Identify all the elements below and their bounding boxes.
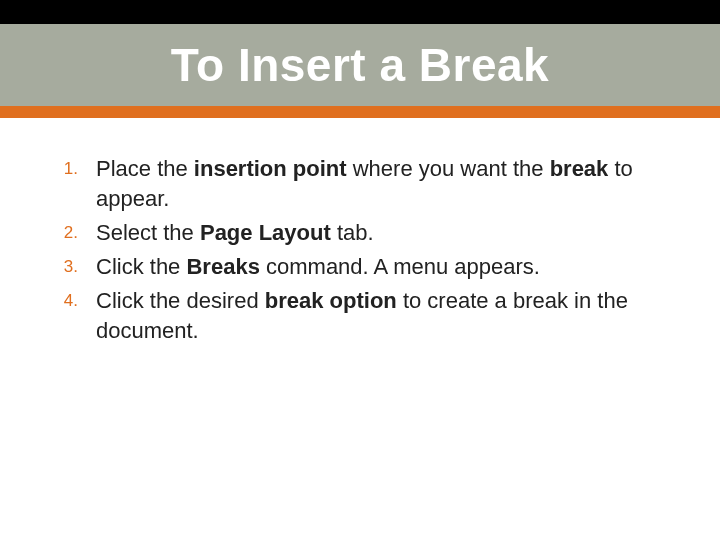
text-segment: tab.: [331, 220, 374, 245]
bold-text: break option: [265, 288, 397, 313]
text-segment: where you want the: [347, 156, 550, 181]
list-text: Click the desired break option to create…: [96, 286, 670, 346]
list-text: Select the Page Layout tab.: [96, 218, 670, 248]
list-number: 4.: [50, 286, 96, 316]
slide-title: To Insert a Break: [171, 38, 549, 92]
list-text: Place the insertion point where you want…: [96, 154, 670, 214]
text-segment: Place the: [96, 156, 194, 181]
list-number: 2.: [50, 218, 96, 248]
text-segment: Select the: [96, 220, 200, 245]
list-text: Click the Breaks command. A menu appears…: [96, 252, 670, 282]
header-title-bar: To Insert a Break: [0, 24, 720, 106]
text-segment: Click the: [96, 254, 186, 279]
header-orange-bar: [0, 106, 720, 118]
header-black-bar: [0, 0, 720, 24]
list-item: 2. Select the Page Layout tab.: [50, 218, 670, 248]
list-number: 3.: [50, 252, 96, 282]
list-item: 4. Click the desired break option to cre…: [50, 286, 670, 346]
list-item: 1. Place the insertion point where you w…: [50, 154, 670, 214]
bold-text: Page Layout: [200, 220, 331, 245]
text-segment: command. A menu appears.: [260, 254, 540, 279]
slide-content: 1. Place the insertion point where you w…: [0, 118, 720, 346]
bold-text: Breaks: [186, 254, 259, 279]
bold-text: insertion point: [194, 156, 347, 181]
list-number: 1.: [50, 154, 96, 184]
text-segment: Click the desired: [96, 288, 265, 313]
list-item: 3. Click the Breaks command. A menu appe…: [50, 252, 670, 282]
bold-text: break: [550, 156, 609, 181]
slide-header: To Insert a Break: [0, 0, 720, 118]
